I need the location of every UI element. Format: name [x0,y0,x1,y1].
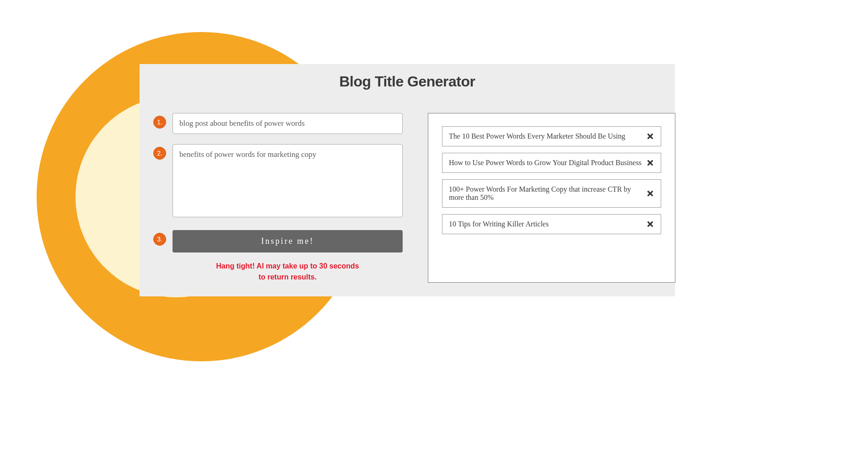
result-item: The 10 Best Power Words Every Marketer S… [442,126,661,146]
step-3-row: 3. Inspire me! [153,230,403,252]
result-item: 100+ Power Words For Marketing Copy that… [442,179,661,208]
step-1-row: 1. [153,113,403,134]
description-textarea[interactable] [173,144,403,217]
results-column: The 10 Best Power Words Every Marketer S… [428,113,675,283]
step-2-badge: 2. [153,147,166,160]
result-text: How to Use Power Words to Grow Your Digi… [449,159,642,167]
columns: 1. 2. 3. Inspire me! Hang tight! AI may … [153,113,661,283]
page-title: Blog Title Generator [153,73,661,90]
close-icon[interactable] [646,159,654,167]
status-line-1: Hang tight! AI may take up to 30 seconds [216,262,359,270]
result-text: The 10 Best Power Words Every Marketer S… [449,132,642,140]
close-icon[interactable] [646,220,654,228]
step-1-badge: 1. [153,116,166,129]
result-text: 100+ Power Words For Marketing Copy that… [449,185,642,202]
input-column: 1. 2. 3. Inspire me! Hang tight! AI may … [153,113,403,283]
result-item: 10 Tips for Writing Killer Articles [442,214,661,234]
result-item: How to Use Power Words to Grow Your Digi… [442,153,661,173]
step-3-badge: 3. [153,233,166,246]
status-line-2: to return results. [259,273,317,281]
generator-panel: Blog Title Generator 1. 2. 3. Inspire me… [140,64,675,296]
inspire-button[interactable]: Inspire me! [173,230,403,252]
status-message: Hang tight! AI may take up to 30 seconds… [173,261,403,283]
close-icon[interactable] [646,189,654,198]
step-2-row: 2. [153,144,403,217]
close-icon[interactable] [646,132,654,140]
result-text: 10 Tips for Writing Killer Articles [449,220,642,228]
topic-input[interactable] [173,113,403,134]
